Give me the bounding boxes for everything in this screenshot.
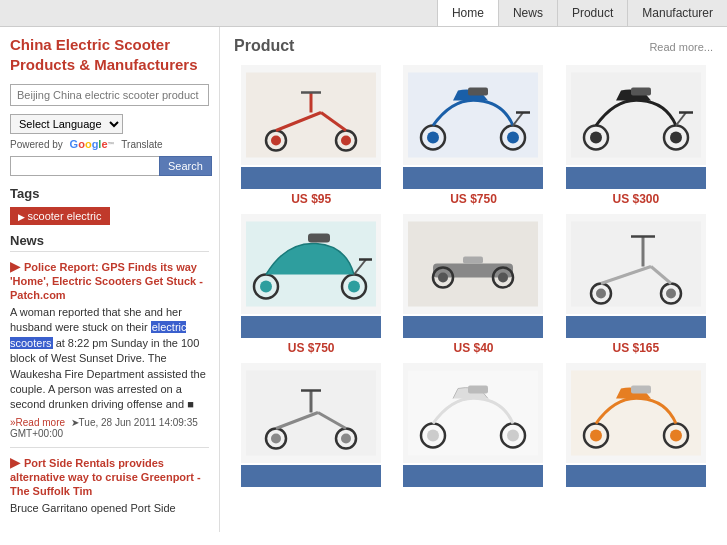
- news-body-0: A woman reported that she and her husban…: [10, 305, 209, 413]
- svg-rect-67: [631, 386, 651, 394]
- product-image-5[interactable]: [566, 214, 706, 314]
- main-layout: China Electric Scooter Products & Manufa…: [0, 27, 727, 532]
- product-price-bar-6: [241, 465, 381, 487]
- news-icon-0: ▶: [10, 258, 21, 274]
- header-nav: Home News Product Manufacturer: [0, 0, 727, 27]
- main-header: Product Read more...: [234, 37, 713, 55]
- svg-point-16: [507, 132, 519, 144]
- main-content: Product Read more... US $95 US $750 US $…: [220, 27, 727, 532]
- svg-rect-9: [408, 73, 538, 158]
- news-item-0: ▶Police Report: GPS Finds its way 'Home'…: [10, 258, 209, 439]
- product-card-0: US $95: [234, 65, 388, 206]
- news-read-more-0: »Read more ➤Tue, 28 Jun 2011 14:09:35 GM…: [10, 417, 209, 439]
- news-item-title-0[interactable]: ▶Police Report: GPS Finds its way 'Home'…: [10, 258, 209, 302]
- translate-text: Translate: [121, 139, 162, 150]
- product-card-8: [559, 363, 713, 487]
- product-image-3[interactable]: [241, 214, 381, 314]
- svg-point-68: [590, 430, 602, 442]
- google-logo: Google™: [70, 138, 115, 150]
- svg-point-24: [670, 132, 682, 144]
- svg-point-69: [670, 430, 682, 442]
- news-icon-1: ▶: [10, 454, 21, 470]
- svg-point-37: [438, 273, 448, 283]
- svg-rect-28: [308, 234, 330, 243]
- product-price-5: US $165: [612, 341, 659, 355]
- svg-rect-58: [408, 371, 538, 456]
- product-image-1[interactable]: [403, 65, 543, 165]
- news-item-title-1[interactable]: ▶Port Side Rentals provides alternative …: [10, 454, 209, 498]
- svg-rect-49: [246, 371, 376, 456]
- powered-by-text: Powered by: [10, 139, 63, 150]
- product-image-7[interactable]: [403, 363, 543, 463]
- product-price-bar-3: [241, 316, 381, 338]
- lang-select-wrapper: Select Language: [10, 114, 209, 134]
- svg-point-63: [507, 430, 519, 442]
- svg-rect-61: [468, 386, 488, 394]
- news-title: News: [10, 233, 209, 252]
- svg-point-8: [341, 136, 351, 146]
- news-title-0[interactable]: Police Report: GPS Finds its way 'Home',…: [10, 261, 203, 301]
- svg-point-31: [260, 281, 272, 293]
- product-card-5: US $165: [559, 214, 713, 355]
- product-price-1: US $750: [450, 192, 497, 206]
- read-more-link-0[interactable]: »Read more: [10, 417, 65, 428]
- svg-point-62: [427, 430, 439, 442]
- sidebar: China Electric Scooter Products & Manufa…: [0, 27, 220, 532]
- svg-rect-64: [571, 371, 701, 456]
- search-button[interactable]: Search: [159, 156, 212, 176]
- product-price-bar-4: [403, 316, 543, 338]
- product-card-6: [234, 363, 388, 487]
- site-search-input[interactable]: [10, 84, 209, 106]
- google-translate-bar: Powered by Google™ Translate: [10, 138, 209, 150]
- product-card-7: [396, 363, 550, 487]
- product-price-bar-7: [403, 465, 543, 487]
- product-price-2: US $300: [612, 192, 659, 206]
- nav-news[interactable]: News: [498, 0, 557, 26]
- product-image-0[interactable]: [241, 65, 381, 165]
- main-section-title: Product: [234, 37, 294, 55]
- svg-point-32: [348, 281, 360, 293]
- svg-point-48: [666, 289, 676, 299]
- svg-rect-39: [463, 257, 483, 264]
- svg-point-15: [427, 132, 439, 144]
- svg-point-38: [498, 273, 508, 283]
- svg-rect-20: [631, 88, 651, 96]
- product-price-4: US $40: [453, 341, 493, 355]
- nav-product[interactable]: Product: [557, 0, 627, 26]
- product-card-4: US $40: [396, 214, 550, 355]
- nav-manufacturer[interactable]: Manufacturer: [627, 0, 727, 26]
- product-grid: US $95 US $750 US $300 US $750 US $40 US…: [234, 65, 713, 487]
- product-price-3: US $750: [288, 341, 335, 355]
- product-card-1: US $750: [396, 65, 550, 206]
- nav-home[interactable]: Home: [437, 0, 498, 26]
- svg-point-56: [271, 434, 281, 444]
- svg-rect-17: [571, 73, 701, 158]
- keyword-search-input[interactable]: [10, 156, 159, 176]
- svg-rect-12: [468, 88, 488, 96]
- news-item-1: ▶Port Side Rentals provides alternative …: [10, 454, 209, 516]
- product-price-bar-1: [403, 167, 543, 189]
- product-image-2[interactable]: [566, 65, 706, 165]
- product-price-bar-8: [566, 465, 706, 487]
- product-card-2: US $300: [559, 65, 713, 206]
- product-price-bar-5: [566, 316, 706, 338]
- product-image-6[interactable]: [241, 363, 381, 463]
- product-card-3: US $750: [234, 214, 388, 355]
- product-price-bar-2: [566, 167, 706, 189]
- news-title-1[interactable]: Port Side Rentals provides alternative w…: [10, 457, 201, 497]
- product-image-8[interactable]: [566, 363, 706, 463]
- site-title: China Electric Scooter Products & Manufa…: [10, 35, 209, 74]
- tag-scooter-electric[interactable]: scooter electric: [10, 207, 110, 225]
- news-body-pre-1: Bruce Garritano opened Port Side: [10, 502, 176, 514]
- svg-point-23: [590, 132, 602, 144]
- news-body-1: Bruce Garritano opened Port Side: [10, 501, 209, 516]
- read-more-top[interactable]: Read more...: [649, 41, 713, 53]
- search-row: Search: [10, 156, 209, 176]
- svg-point-7: [271, 136, 281, 146]
- tags-title: Tags: [10, 186, 209, 201]
- language-select[interactable]: Select Language: [10, 114, 123, 134]
- product-image-4[interactable]: [403, 214, 543, 314]
- svg-point-57: [341, 434, 351, 444]
- svg-point-47: [596, 289, 606, 299]
- product-price-0: US $95: [291, 192, 331, 206]
